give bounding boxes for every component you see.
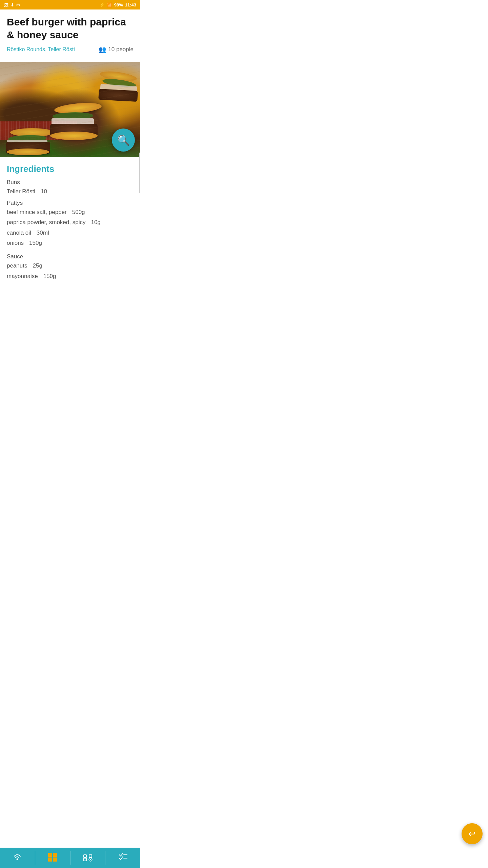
rosti-bottom-center [50, 132, 98, 140]
status-bar: 🖼 ⬇ ✉ ⚡ 📶 98% 11:43 [0, 0, 140, 9]
ingredients-title: Ingredients [7, 164, 134, 174]
ingredient-amount-mayonnaise: 150g [43, 271, 56, 282]
ingredient-name-onions: onions [7, 238, 24, 249]
ingredient-teller-rosti: Teller Rösti 10 [7, 186, 134, 197]
recipe-tags[interactable]: Röstiko Rounds, Teller Rösti [7, 46, 75, 53]
category-label-buns: Buns [7, 179, 134, 186]
bottom-spacer [7, 281, 134, 309]
ingredient-category-buns: Buns Teller Rösti 10 [7, 179, 134, 197]
scan-button[interactable]: 🔍 [112, 129, 135, 152]
rosti-bottom-left [7, 149, 49, 155]
photo-icon: 🖼 [4, 2, 8, 7]
battery-level: 98% [114, 2, 123, 7]
bluetooth-icon: ⚡ [99, 2, 105, 7]
ingredient-name-paprica: paprica powder, smoked, spicy [7, 217, 85, 228]
ingredient-paprica: paprica powder, smoked, spicy 10g [7, 217, 134, 228]
ingredient-name-teller-rosti: Teller Rösti [7, 186, 35, 197]
download-icon: ⬇ [11, 2, 14, 7]
signal-icon: 📶 [107, 2, 112, 7]
patty-right [98, 89, 138, 102]
ingredient-mayonnaise: mayonnaise 150g [7, 271, 134, 282]
ingredient-category-sauce: Sauce peanuts 25g mayonnaise 150g [7, 253, 134, 281]
people-icon: 👥 [99, 46, 106, 53]
recipe-meta: Röstiko Rounds, Teller Rösti 👥 10 people [7, 46, 134, 53]
ingredient-name-canola-oil: canola oil [7, 228, 31, 238]
ingredient-category-pattys: Pattys beef mince salt, pepper 500g papr… [7, 200, 134, 249]
recipe-hero-image: 🔍 [0, 62, 140, 157]
ingredient-amount-onions: 150g [29, 238, 42, 249]
category-label-pattys: Pattys [7, 200, 134, 206]
ingredient-beef-mince: beef mince salt, pepper 500g [7, 207, 134, 218]
ingredient-name-beef-mince: beef mince salt, pepper [7, 207, 67, 218]
ingredient-onions: onions 150g [7, 238, 134, 249]
ingredient-canola-oil: canola oil 30ml [7, 228, 134, 238]
scrollbar[interactable] [139, 153, 140, 193]
mail-icon: ✉ [16, 2, 20, 7]
ingredient-peanuts: peanuts 25g [7, 261, 134, 271]
recipe-title: Beef burger with paprica & honey sauce [7, 16, 134, 41]
ingredient-name-peanuts: peanuts [7, 261, 27, 271]
ingredient-amount-teller-rosti: 10 [41, 186, 47, 197]
status-info-right: ⚡ 📶 98% 11:43 [99, 2, 136, 7]
scan-icon: 🔍 [117, 134, 130, 146]
recipe-servings: 👥 10 people [99, 46, 134, 53]
recipe-header: Beef burger with paprica & honey sauce R… [0, 9, 140, 62]
ingredient-amount-paprica: 10g [91, 217, 100, 228]
ingredient-amount-peanuts: 25g [33, 261, 42, 271]
clock: 11:43 [125, 2, 136, 7]
status-icons-left: 🖼 ⬇ ✉ [4, 2, 20, 7]
servings-count: 10 people [108, 46, 134, 53]
ingredient-amount-beef-mince: 500g [72, 207, 85, 218]
ingredient-name-mayonnaise: mayonnaise [7, 271, 38, 282]
ingredient-amount-canola-oil: 30ml [37, 228, 49, 238]
ingredients-section: Ingredients Buns Teller Rösti 10 Pattys … [0, 157, 140, 312]
category-label-sauce: Sauce [7, 253, 134, 260]
